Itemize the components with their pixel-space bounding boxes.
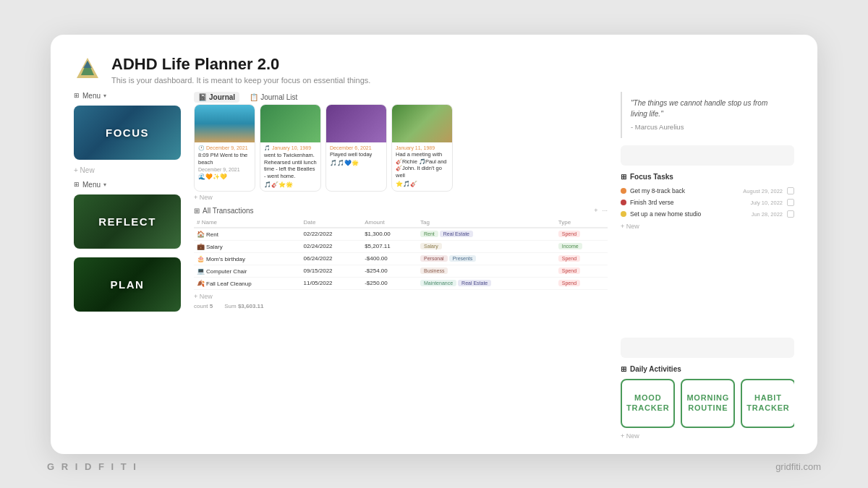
branding-right: gridfiti.com — [775, 461, 821, 472]
journal-card-body-3: January 11, 1989 Had a meeting with 🎸Ric… — [392, 142, 452, 190]
task-date-2: Jun 28, 2022 — [752, 211, 783, 218]
task-label-1: Finish 3rd verse — [630, 199, 673, 206]
journal-text-2: Played well today — [330, 151, 383, 158]
tab-journal-list[interactable]: 📋 Journal List — [245, 92, 302, 103]
transactions-table: # Name Date Amount Tag Type 🏠Rent 02/22/… — [194, 218, 608, 290]
row-amount: -$400.00 — [362, 252, 417, 265]
reflect-label: REFLECT — [98, 215, 156, 228]
grid-icon: ⊞ — [74, 92, 80, 99]
quote-box: "The things we cannot handle stop us fro… — [621, 92, 794, 138]
left-menu-header-2[interactable]: ⊞ Menu ▾ — [74, 181, 181, 189]
menu-label-2: Menu — [82, 181, 101, 189]
main-container: ADHD Life Planner 2.0 This is your dashb… — [51, 35, 817, 454]
task-item-1[interactable]: Finish 3rd verse July 10, 2022 — [621, 197, 794, 208]
task-checkbox-0[interactable] — [787, 187, 794, 194]
task-right-1: July 10, 2022 — [750, 199, 794, 206]
more-icon[interactable]: ··· — [602, 207, 608, 214]
add-new-task[interactable]: + New — [621, 223, 794, 230]
transactions-title: ⊞ All Transactions — [194, 207, 254, 215]
quote-text: "The things we cannot handle stop us fro… — [631, 99, 767, 118]
journal-date-0: 🕐 December 9, 2021 — [198, 145, 251, 151]
journal-card-body-0: 🕐 December 9, 2021 8:09 PM Went to the b… — [195, 142, 255, 184]
row-tag: Salary — [417, 240, 556, 252]
journal-img-purple — [326, 105, 386, 142]
habit-tracker-label: HABITTRACKER — [746, 393, 789, 412]
table-row[interactable]: 🏠Rent 02/22/2022 $1,300.00 RentReal Esta… — [194, 228, 608, 241]
transactions-actions: + ··· — [594, 207, 608, 214]
journal-card-0[interactable]: 🕐 December 9, 2021 8:09 PM Went to the b… — [194, 104, 255, 192]
transactions-header: ⊞ All Transactions + ··· — [194, 207, 608, 215]
col-name: # Name — [194, 218, 301, 228]
journal-card-3[interactable]: January 11, 1989 Had a meeting with 🎸Ric… — [391, 104, 453, 192]
plan-card[interactable]: PLAN — [74, 257, 181, 312]
table-row[interactable]: 🎂Mom's birthday 06/24/2022 -$400.00 Pers… — [194, 252, 608, 265]
journal-section: 📓 Journal 📋 Journal List 🕐 December 9, 2… — [194, 92, 608, 201]
journal-emojis-2: 🎵🎵💙🌟 — [330, 160, 383, 166]
task-dot-2 — [621, 211, 626, 217]
left-column: ⊞ Menu ▾ FOCUS + New ⊞ Menu ▾ REFLECT PL… — [74, 92, 181, 440]
journal-text-0: 8:09 PM Went to the beach — [198, 152, 251, 166]
daily-activities-header: ⊞ Daily Activities — [621, 365, 794, 373]
journal-list-tab-label: Journal List — [260, 93, 297, 101]
journal-card-2[interactable]: December 6, 2021 Played well today 🎵🎵💙🌟 — [326, 104, 387, 192]
morning-routine-label: MORNINGROUTINE — [686, 393, 729, 412]
task-item-2[interactable]: Set up a new home studio Jun 28, 2022 — [621, 208, 794, 220]
activity-cards: MOODTRACKER MORNINGROUTINE HABITTRACKER — [621, 379, 794, 428]
content-area: ⊞ Menu ▾ FOCUS + New ⊞ Menu ▾ REFLECT PL… — [74, 92, 794, 440]
table-row[interactable]: 💻Computer Chair 09/15/2022 -$254.00 Busi… — [194, 265, 608, 277]
add-new-transaction[interactable]: + New — [194, 293, 608, 300]
task-checkbox-2[interactable] — [787, 210, 794, 218]
reflect-card[interactable]: REFLECT — [74, 194, 181, 249]
count-label: count 5 — [194, 303, 213, 309]
sum-label: Sum $3,603.11 — [224, 303, 263, 309]
grid-icon-2: ⊞ — [74, 181, 80, 188]
col-date: Date — [301, 218, 362, 228]
table-row[interactable]: 💼Salary 02/24/2022 $5,207.11 Salary Inco… — [194, 240, 608, 252]
task-date-1: July 10, 2022 — [750, 200, 783, 206]
task-checkbox-1[interactable] — [787, 199, 794, 206]
task-item-0[interactable]: Get my 8-track back August 29, 2022 — [621, 185, 794, 197]
habit-tracker-card[interactable]: HABITTRACKER — [741, 379, 794, 428]
journal-date-2: December 6, 2021 — [330, 145, 383, 150]
table-row[interactable]: 🍂Fall Leaf Cleanup 11/05/2022 -$250.00 M… — [194, 277, 608, 289]
journal-icon: 📓 — [198, 93, 207, 101]
logo-icon — [74, 55, 101, 82]
row-name: 💼Salary — [194, 240, 301, 252]
row-amount: $5,207.11 — [362, 240, 417, 252]
add-new-journal[interactable]: + New — [194, 194, 608, 201]
focus-label: FOCUS — [106, 127, 149, 139]
morning-routine-card[interactable]: MORNINGROUTINE — [681, 379, 735, 428]
journal-meta-0: December 9, 2021 — [198, 167, 251, 172]
row-tag: Business — [417, 265, 556, 277]
row-type: Spend — [556, 228, 608, 241]
task-dot-1 — [621, 200, 626, 205]
left-menu-header[interactable]: ⊞ Menu ▾ — [74, 92, 181, 100]
middle-column: 📓 Journal 📋 Journal List 🕐 December 9, 2… — [194, 92, 608, 440]
row-name: 🏠Rent — [194, 228, 301, 241]
activities-icon: ⊞ — [621, 365, 626, 373]
journal-emojis-0: 🌊🧡✨💛 — [198, 174, 251, 180]
quote-author: - Marcus Aurelius — [631, 122, 786, 132]
row-date: 06/24/2022 — [301, 252, 362, 265]
tasks-icon: ⊞ — [621, 173, 626, 181]
journal-img-green — [260, 105, 320, 142]
tab-journal[interactable]: 📓 Journal — [194, 92, 239, 103]
col-tag: Tag — [417, 218, 556, 228]
focus-tasks-section: ⊞ Focus Tasks Get my 8-track back August… — [621, 173, 794, 330]
plan-label: PLAN — [111, 278, 145, 291]
journal-card-1[interactable]: 🎵 January 10, 1989 went to Twickenham. R… — [260, 104, 321, 192]
task-left-2: Set up a new home studio — [621, 210, 701, 218]
row-tag: MaintenanceReal Estate — [417, 277, 556, 289]
filter-icon[interactable]: + — [594, 207, 597, 214]
task-left-1: Finish 3rd verse — [621, 199, 673, 206]
row-date: 02/22/2022 — [301, 228, 362, 241]
focus-card[interactable]: FOCUS — [74, 106, 181, 160]
focus-tasks-title: Focus Tasks — [630, 173, 673, 181]
journal-img-beach — [195, 105, 255, 142]
add-new-activity[interactable]: + New — [621, 432, 794, 440]
row-name: 💻Computer Chair — [194, 265, 301, 277]
branding-left: G R I D F I T I — [47, 461, 138, 472]
mood-tracker-card[interactable]: MOODTRACKER — [621, 379, 675, 428]
right-divider-bottom — [621, 338, 794, 358]
add-new-focus[interactable]: + New — [74, 164, 181, 176]
